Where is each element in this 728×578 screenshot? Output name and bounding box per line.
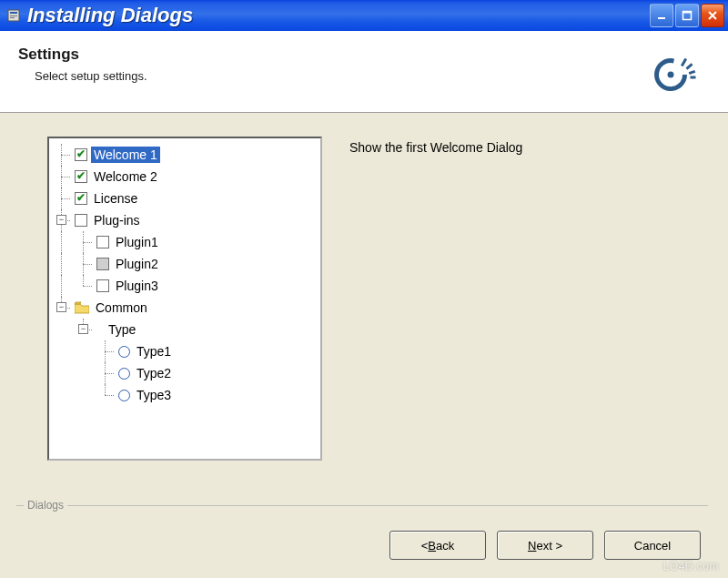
- page-title: Settings: [18, 46, 147, 64]
- tree-item-common[interactable]: − Common: [53, 297, 317, 319]
- checkbox-icon[interactable]: [96, 279, 109, 292]
- app-icon: [5, 7, 22, 24]
- tree-label: Common: [93, 299, 150, 316]
- watermark: LO4D.com: [663, 560, 719, 573]
- header-text: Settings Select setup settings.: [18, 46, 147, 83]
- tree-item-welcome2[interactable]: Welcome 2: [53, 166, 317, 188]
- collapse-icon[interactable]: −: [56, 215, 66, 225]
- item-description: Show the first Welcome Dialog: [349, 137, 522, 155]
- back-button[interactable]: < Back: [389, 531, 486, 560]
- radio-icon[interactable]: [118, 390, 130, 401]
- svg-rect-6: [683, 12, 692, 14]
- tree-item-type2[interactable]: Type2: [53, 362, 317, 384]
- radio-icon[interactable]: [118, 346, 130, 358]
- tree-label: Welcome 1: [91, 147, 160, 163]
- settings-tree[interactable]: Welcome 1 Welcome 2: [47, 137, 322, 461]
- svg-rect-1: [10, 12, 17, 14]
- tree-label: Type1: [134, 343, 174, 360]
- tree-item-type[interactable]: − Type: [53, 319, 317, 340]
- cancel-label: Cancel: [634, 539, 671, 553]
- tree-label: Plugin1: [113, 234, 161, 250]
- svg-rect-9: [689, 70, 696, 75]
- tree-label: Plug-ins: [91, 212, 143, 228]
- checkbox-icon[interactable]: [75, 192, 87, 205]
- close-button[interactable]: [701, 4, 724, 27]
- tree-label: License: [91, 190, 140, 207]
- tree-item-type3[interactable]: Type3: [53, 384, 317, 406]
- wizard-header: Settings Select setup settings.: [0, 31, 728, 113]
- tree-label: Type3: [134, 387, 174, 403]
- svg-rect-4: [658, 17, 665, 19]
- page-subtitle: Select setup settings.: [35, 69, 147, 83]
- radio-icon[interactable]: [118, 368, 130, 380]
- window-controls: [650, 4, 724, 27]
- group-label-row: Dialogs: [16, 500, 708, 511]
- maximize-button[interactable]: [675, 4, 699, 27]
- window-title: Installing Dialogs: [27, 4, 650, 27]
- tree-label: Plugin3: [113, 278, 161, 294]
- tree-label: Type2: [134, 365, 174, 381]
- collapse-icon[interactable]: −: [78, 324, 88, 334]
- title-bar: Installing Dialogs: [0, 0, 728, 31]
- svg-rect-10: [691, 76, 696, 79]
- svg-point-11: [668, 72, 674, 78]
- wizard-logo: [641, 49, 701, 103]
- tree-label: Welcome 2: [91, 168, 160, 185]
- back-mnemonic: B: [428, 539, 436, 553]
- tree-item-license[interactable]: License: [53, 188, 317, 209]
- collapse-icon[interactable]: −: [56, 302, 66, 312]
- folder-icon: [75, 301, 89, 314]
- next-suffix: ext >: [536, 539, 562, 553]
- tree-label: Plugin2: [113, 256, 161, 272]
- checkbox-icon[interactable]: [96, 258, 109, 270]
- svg-rect-2: [10, 15, 17, 16]
- tree-label: Type: [106, 321, 138, 338]
- content-area: Welcome 1 Welcome 2: [0, 113, 728, 578]
- tree-item-type1[interactable]: Type1: [53, 340, 317, 362]
- back-suffix: ack: [436, 539, 454, 553]
- svg-rect-3: [10, 17, 15, 18]
- checkbox-icon[interactable]: [75, 170, 87, 183]
- minimize-button[interactable]: [650, 4, 673, 27]
- tree-item-plugins[interactable]: − Plug-ins: [53, 209, 317, 231]
- checkbox-icon[interactable]: [75, 214, 87, 227]
- tree-item-plugin1[interactable]: Plugin1: [53, 231, 317, 253]
- tree-item-welcome1[interactable]: Welcome 1: [53, 144, 317, 166]
- next-mnemonic: N: [528, 539, 536, 553]
- tree-item-plugin3[interactable]: Plugin3: [53, 275, 317, 297]
- next-button[interactable]: Next >: [497, 531, 593, 560]
- svg-rect-8: [685, 63, 693, 69]
- checkbox-icon[interactable]: [75, 148, 87, 161]
- group-label: Dialogs: [24, 499, 67, 512]
- svg-rect-7: [681, 58, 687, 66]
- checkbox-icon[interactable]: [96, 236, 109, 248]
- wizard-buttons: < Back Next > Cancel: [389, 531, 701, 560]
- back-prefix: <: [421, 539, 429, 553]
- tree-item-plugin2[interactable]: Plugin2: [53, 253, 317, 275]
- cancel-button[interactable]: Cancel: [604, 531, 701, 560]
